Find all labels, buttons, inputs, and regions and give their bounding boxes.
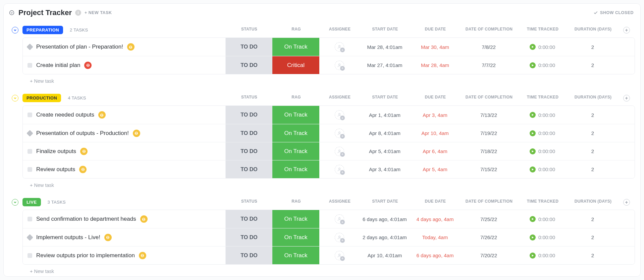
play-timer-button[interactable] bbox=[530, 148, 536, 154]
duration-cell[interactable]: 2 bbox=[568, 210, 618, 228]
due-date-cell[interactable]: Apr 5, 4am bbox=[410, 160, 460, 178]
time-tracked-cell[interactable]: 0:00:00 bbox=[517, 160, 568, 178]
status-cell[interactable]: TO DO bbox=[225, 160, 272, 178]
due-date-cell[interactable]: Apr 10, 4am bbox=[410, 124, 460, 142]
task-row[interactable]: Presentation of plan - Preparation! ⊖ TO… bbox=[23, 38, 635, 56]
rag-cell[interactable]: On Track bbox=[272, 210, 319, 228]
due-date-cell[interactable]: Mar 28, 4am bbox=[410, 56, 460, 74]
status-cell[interactable]: TO DO bbox=[225, 106, 272, 124]
task-name-cell[interactable]: Presentation of outputs - Production! ⊖ bbox=[23, 124, 225, 142]
rag-cell[interactable]: On Track bbox=[272, 247, 319, 264]
collapse-panel-button[interactable] bbox=[8, 9, 15, 16]
completion-date-cell[interactable]: 7/7/22 bbox=[460, 56, 517, 74]
priority-badge-icon[interactable]: ⊖ bbox=[79, 166, 87, 173]
play-timer-button[interactable] bbox=[530, 253, 536, 259]
add-column-button[interactable]: + bbox=[623, 95, 630, 101]
play-timer-button[interactable] bbox=[530, 44, 536, 50]
completion-date-cell[interactable]: 7/25/22 bbox=[460, 210, 517, 228]
start-date-cell[interactable]: Apr 10, 4:01am bbox=[360, 247, 410, 264]
add-column-button[interactable]: + bbox=[623, 27, 630, 33]
completion-date-cell[interactable]: 7/19/22 bbox=[460, 124, 517, 142]
show-closed-toggle[interactable]: SHOW CLOSED bbox=[593, 10, 634, 15]
duration-cell[interactable]: 2 bbox=[568, 124, 618, 142]
play-timer-button[interactable] bbox=[530, 234, 536, 240]
start-date-cell[interactable]: 6 days ago, 4:01am bbox=[360, 210, 410, 228]
task-row[interactable]: Review outputs prior to implementation ⊖… bbox=[23, 246, 635, 264]
due-date-cell[interactable]: 4 days ago, 4am bbox=[410, 210, 460, 228]
status-cell[interactable]: TO DO bbox=[225, 142, 272, 160]
assignee-cell[interactable]: + bbox=[319, 160, 360, 178]
new-task-inline-button[interactable]: + New task bbox=[4, 265, 640, 277]
rag-cell[interactable]: On Track bbox=[272, 160, 319, 178]
due-date-cell[interactable]: Apr 6, 4am bbox=[410, 142, 460, 160]
assignee-placeholder[interactable]: + bbox=[335, 110, 344, 120]
rag-cell[interactable]: On Track bbox=[272, 124, 319, 142]
priority-badge-icon[interactable]: ⊖ bbox=[139, 252, 146, 259]
priority-badge-icon[interactable]: ⊖ bbox=[127, 43, 135, 51]
rag-cell[interactable]: Critical bbox=[272, 56, 319, 74]
task-name-cell[interactable]: Send confirmation to department heads ⊖ bbox=[23, 210, 225, 228]
new-task-inline-button[interactable]: + New task bbox=[4, 74, 640, 87]
time-tracked-cell[interactable]: 0:00:00 bbox=[517, 247, 568, 264]
time-tracked-cell[interactable]: 0:00:00 bbox=[517, 142, 568, 160]
assignee-placeholder[interactable]: + bbox=[335, 129, 344, 138]
task-name-cell[interactable]: Review outputs prior to implementation ⊖ bbox=[23, 247, 225, 264]
duration-cell[interactable]: 2 bbox=[568, 160, 618, 178]
new-task-inline-button[interactable]: + New task bbox=[4, 179, 640, 191]
assignee-placeholder[interactable]: + bbox=[335, 61, 344, 70]
time-tracked-cell[interactable]: 0:00:00 bbox=[517, 106, 568, 124]
due-date-cell[interactable]: 6 days ago, 4am bbox=[410, 247, 460, 264]
play-timer-button[interactable] bbox=[530, 112, 536, 118]
completion-date-cell[interactable]: 7/13/22 bbox=[460, 106, 517, 124]
assignee-cell[interactable]: + bbox=[319, 38, 360, 56]
priority-badge-icon[interactable]: ⊖ bbox=[104, 234, 112, 241]
assignee-cell[interactable]: + bbox=[319, 228, 360, 246]
play-timer-button[interactable] bbox=[530, 216, 536, 222]
assignee-placeholder[interactable]: + bbox=[335, 214, 344, 224]
time-tracked-cell[interactable]: 0:00:00 bbox=[517, 124, 568, 142]
play-timer-button[interactable] bbox=[530, 130, 536, 136]
assignee-cell[interactable]: + bbox=[319, 124, 360, 142]
task-name-cell[interactable]: Presentation of plan - Preparation! ⊖ bbox=[23, 38, 225, 56]
task-name-cell[interactable]: Review outputs ⊖ bbox=[23, 160, 225, 178]
completion-date-cell[interactable]: 7/26/22 bbox=[460, 228, 517, 246]
assignee-placeholder[interactable]: + bbox=[335, 251, 344, 260]
time-tracked-cell[interactable]: 0:00:00 bbox=[517, 228, 568, 246]
status-cell[interactable]: TO DO bbox=[225, 38, 272, 56]
task-row[interactable]: Create initial plan ⊖ TO DO Critical + M… bbox=[23, 56, 635, 74]
assignee-cell[interactable]: + bbox=[319, 106, 360, 124]
rag-cell[interactable]: On Track bbox=[272, 142, 319, 160]
time-tracked-cell[interactable]: 0:00:00 bbox=[517, 56, 568, 74]
time-tracked-cell[interactable]: 0:00:00 bbox=[517, 38, 568, 56]
task-name-cell[interactable]: Implement outputs - Live! ⊖ bbox=[23, 228, 225, 246]
assignee-cell[interactable]: + bbox=[319, 210, 360, 228]
priority-badge-icon[interactable]: ⊖ bbox=[98, 111, 106, 119]
start-date-cell[interactable]: Mar 27, 4:01am bbox=[360, 56, 410, 74]
assignee-cell[interactable]: + bbox=[319, 247, 360, 264]
task-name-cell[interactable]: Finalize outputs ⊖ bbox=[23, 142, 225, 160]
assignee-placeholder[interactable]: + bbox=[335, 147, 344, 156]
section-collapse-button[interactable] bbox=[12, 27, 18, 33]
due-date-cell[interactable]: Mar 30, 4am bbox=[410, 38, 460, 56]
task-row[interactable]: Presentation of outputs - Production! ⊖ … bbox=[23, 124, 635, 142]
task-row[interactable]: Send confirmation to department heads ⊖ … bbox=[23, 210, 635, 228]
start-date-cell[interactable]: Mar 28, 4:01am bbox=[360, 38, 410, 56]
section-pill[interactable]: PREPARATION bbox=[22, 26, 63, 34]
duration-cell[interactable]: 2 bbox=[568, 38, 618, 56]
duration-cell[interactable]: 2 bbox=[568, 56, 618, 74]
rag-cell[interactable]: On Track bbox=[272, 228, 319, 246]
assignee-placeholder[interactable]: + bbox=[335, 233, 344, 242]
status-cell[interactable]: TO DO bbox=[225, 228, 272, 246]
priority-badge-icon[interactable]: ⊖ bbox=[140, 215, 148, 223]
add-column-button[interactable]: + bbox=[623, 199, 630, 206]
assignee-cell[interactable]: + bbox=[319, 142, 360, 160]
start-date-cell[interactable]: Apr 8, 4:01am bbox=[360, 124, 410, 142]
completion-date-cell[interactable]: 7/20/22 bbox=[460, 247, 517, 264]
play-timer-button[interactable] bbox=[530, 166, 536, 172]
due-date-cell[interactable]: Today, 4am bbox=[410, 228, 460, 246]
start-date-cell[interactable]: Apr 5, 4:01am bbox=[360, 142, 410, 160]
info-icon[interactable]: i bbox=[75, 10, 81, 16]
completion-date-cell[interactable]: 7/18/22 bbox=[460, 142, 517, 160]
completion-date-cell[interactable]: 7/8/22 bbox=[460, 38, 517, 56]
rag-cell[interactable]: On Track bbox=[272, 38, 319, 56]
